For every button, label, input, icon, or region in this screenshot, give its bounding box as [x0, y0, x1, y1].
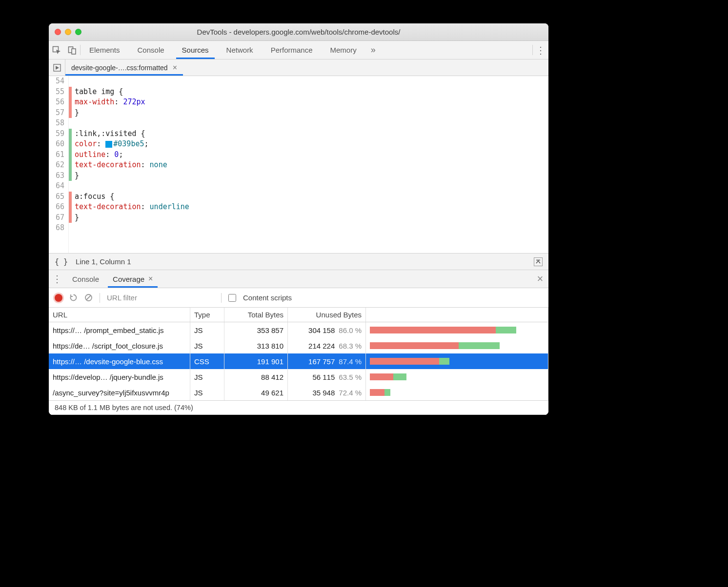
- editor-statusbar: { } Line 1, Column 1: [49, 253, 548, 270]
- cell-unused: 214 22468.3 %: [288, 338, 366, 353]
- close-icon[interactable]: ×: [173, 63, 177, 72]
- svg-rect-2: [72, 49, 76, 54]
- tab-network[interactable]: Network: [218, 41, 262, 59]
- table-row[interactable]: /async_survey?site=ylj5ifxusvvmr4pJS49 6…: [49, 385, 548, 400]
- source-editor[interactable]: 545556575859606162636465666768 table img…: [49, 76, 548, 253]
- close-drawer-icon[interactable]: ×: [532, 270, 548, 288]
- code-content[interactable]: table img { max-width: 272px} :link,:vis…: [72, 76, 548, 253]
- collapse-icon[interactable]: [534, 257, 543, 266]
- titlebar: DevTools - developers.google.com/web/too…: [49, 23, 548, 41]
- cell-unused: 167 75787.4 %: [288, 353, 366, 369]
- devtools-window: DevTools - developers.google.com/web/too…: [49, 23, 548, 415]
- col-url[interactable]: URL: [49, 308, 190, 322]
- record-button[interactable]: [55, 294, 62, 302]
- cell-type: JS: [190, 385, 224, 400]
- cell-unused: 304 15886.0 %: [288, 322, 366, 338]
- kebab-menu-icon[interactable]: ⋮: [533, 41, 548, 59]
- tab-sources[interactable]: Sources: [173, 41, 218, 59]
- col-bar: [366, 308, 548, 322]
- cell-total: 353 857: [224, 322, 288, 338]
- cell-total: 313 810: [224, 338, 288, 353]
- drawer-tab-console[interactable]: Console: [65, 270, 106, 288]
- zoom-window-button[interactable]: [75, 29, 81, 35]
- col-total[interactable]: Total Bytes: [224, 308, 288, 322]
- file-tab-label: devsite-google-….css:formatted: [71, 64, 168, 72]
- table-row[interactable]: https://… /devsite-google-blue.cssCSS191…: [49, 353, 548, 369]
- tab-performance[interactable]: Performance: [262, 41, 322, 59]
- open-file-tabbar: devsite-google-….css:formatted ×: [49, 59, 548, 76]
- divider: [221, 293, 222, 303]
- content-scripts-label: Content scripts: [243, 294, 292, 302]
- cell-type: JS: [190, 369, 224, 385]
- cursor-position: Line 1, Column 1: [76, 257, 131, 266]
- cell-unused: 35 94872.4 %: [288, 385, 366, 400]
- divider: [100, 293, 100, 303]
- close-window-button[interactable]: [55, 29, 61, 35]
- cell-bar: [366, 338, 548, 353]
- svg-line-6: [86, 295, 91, 300]
- main-tabbar: Elements Console Sources Network Perform…: [49, 41, 548, 59]
- kebab-menu-icon[interactable]: ⋮: [49, 270, 65, 288]
- table-header-row: URL Type Total Bytes Unused Bytes: [49, 308, 548, 322]
- table-row[interactable]: https://de… /script_foot_closure.jsJS313…: [49, 338, 548, 353]
- cell-url: /async_survey?site=ylj5ifxusvvmr4p: [49, 385, 190, 400]
- cell-bar: [366, 369, 548, 385]
- tab-memory[interactable]: Memory: [322, 41, 365, 59]
- close-icon[interactable]: ×: [148, 274, 153, 283]
- content-scripts-checkbox[interactable]: [228, 294, 236, 302]
- inspect-element-icon[interactable]: [49, 41, 64, 59]
- pretty-print-icon[interactable]: { }: [55, 257, 68, 266]
- drawer-tab-coverage[interactable]: Coverage ×: [106, 270, 160, 288]
- reload-icon[interactable]: [69, 294, 78, 302]
- drawer-tab-label: Coverage: [113, 275, 144, 283]
- cell-type: CSS: [190, 353, 224, 369]
- cell-total: 88 412: [224, 369, 288, 385]
- device-toggle-icon[interactable]: [64, 41, 80, 59]
- tab-elements[interactable]: Elements: [81, 41, 129, 59]
- cell-total: 191 901: [224, 353, 288, 369]
- cell-total: 49 621: [224, 385, 288, 400]
- cell-url: https://… /devsite-google-blue.css: [49, 353, 190, 369]
- col-unused[interactable]: Unused Bytes: [288, 308, 366, 322]
- col-type[interactable]: Type: [190, 308, 224, 322]
- line-gutter: 545556575859606162636465666768: [49, 76, 69, 253]
- cell-bar: [366, 322, 548, 338]
- coverage-toolbar: URL filter Content scripts: [49, 288, 548, 308]
- traffic-lights: [55, 29, 81, 35]
- window-title: DevTools - developers.google.com/web/too…: [49, 28, 548, 36]
- clear-icon[interactable]: [84, 294, 93, 302]
- table-row[interactable]: https://develop… /jquery-bundle.jsJS88 4…: [49, 369, 548, 385]
- drawer-tabbar: ⋮ Console Coverage × ×: [49, 270, 548, 288]
- cell-url: https://de… /script_foot_closure.js: [49, 338, 190, 353]
- table-row[interactable]: https://… /prompt_embed_static.jsJS353 8…: [49, 322, 548, 338]
- cell-type: JS: [190, 338, 224, 353]
- minimize-window-button[interactable]: [65, 29, 71, 35]
- url-filter-input[interactable]: URL filter: [107, 294, 214, 302]
- cell-bar: [366, 353, 548, 369]
- coverage-table: URL Type Total Bytes Unused Bytes https:…: [49, 308, 548, 400]
- cell-url: https://… /prompt_embed_static.js: [49, 322, 190, 338]
- tab-console[interactable]: Console: [129, 41, 173, 59]
- cell-type: JS: [190, 322, 224, 338]
- coverage-summary: 848 KB of 1.1 MB bytes are not used. (74…: [49, 400, 548, 415]
- cell-bar: [366, 385, 548, 400]
- cell-url: https://develop… /jquery-bundle.js: [49, 369, 190, 385]
- file-tab[interactable]: devsite-google-….css:formatted ×: [65, 59, 183, 76]
- more-tabs-icon[interactable]: »: [365, 41, 381, 59]
- show-navigator-icon[interactable]: [49, 59, 65, 76]
- cell-unused: 56 11563.5 %: [288, 369, 366, 385]
